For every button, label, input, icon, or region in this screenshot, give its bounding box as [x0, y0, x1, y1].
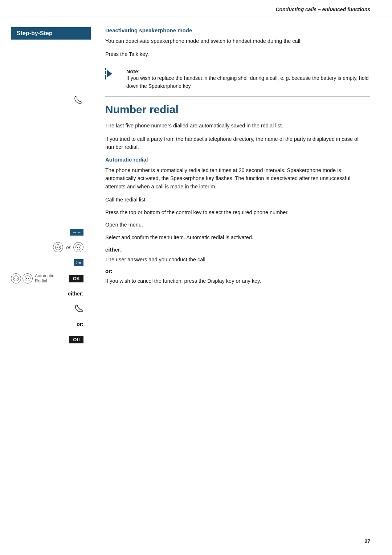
control-key-bottom-inner: ▲▼ [75, 244, 81, 250]
step-select-number: Press the top or bottom of the control k… [105, 208, 370, 216]
or-label: or: [77, 321, 83, 327]
step-confirm-text: Select and confirm the menu item. Automa… [105, 233, 370, 241]
off-button: Off [69, 336, 83, 343]
main-content: Deactivating speakerphone mode You can d… [98, 16, 392, 348]
step-answer: The user answers and you conduct the cal… [105, 256, 370, 264]
automatic-redial-label: Automatic Redial [35, 273, 67, 283]
deactivating-heading: Deactivating speakerphone mode [105, 27, 370, 33]
ok-label-row: ▲▼ ▲▼ Automatic Redial OK [11, 271, 94, 286]
step-select-number-text: Press the top or bottom of the control k… [105, 208, 370, 216]
step-confirm: Select and confirm the menu item. Automa… [105, 233, 370, 241]
step-press-talk: Press the Talk key. [105, 50, 370, 58]
step-call-redial: Call the redial list. [105, 196, 370, 204]
step-open-menu: Open the menu. [105, 221, 370, 229]
phone-icon-row [11, 302, 94, 315]
step-cancel-text: If you wish to cancel the function: pres… [105, 277, 370, 285]
step-call-redial-text: Call the redial list. [105, 196, 370, 204]
ctrl-key-right-inner: ▲▼ [25, 276, 30, 281]
arrow-triangle [107, 70, 112, 77]
deactivating-para: You can deactivate speakerphone mode and… [105, 37, 370, 45]
control-key-bottom: ▲▼ [73, 242, 83, 252]
ok-button: OK [69, 275, 83, 282]
ctrl-key-right: ▲▼ [23, 273, 33, 283]
arrow-bar-2 [105, 71, 106, 74]
divider-2 [105, 97, 370, 97]
page-number: 27 [364, 538, 370, 544]
control-key-top: ▲▼ [53, 242, 63, 252]
number-redial-title: Number redial [105, 103, 370, 116]
arrow-bar-3 [105, 75, 106, 79]
divider-1 [105, 63, 370, 63]
sidebar: Step-by-Step →→ [0, 16, 98, 348]
or-row: or: [11, 318, 94, 331]
note-arrow-block [105, 68, 112, 79]
either-label: either: [68, 291, 83, 297]
automatic-redial-para: The phone number is automatically redial… [105, 166, 370, 191]
automatic-redial-heading: Automatic redial [105, 156, 370, 163]
sidebar-icons-group: ▲▼ ▲▼ [11, 273, 33, 283]
menu-list-icon: ≥≡ [74, 259, 83, 266]
ctrl-key-left: ▲▼ [11, 273, 21, 283]
talk-key-icon-row [11, 94, 94, 107]
either-label-content: either: [105, 246, 122, 253]
menu-icon-row: ≥≡ [11, 256, 94, 269]
step-by-step-banner: Step-by-Step [11, 27, 91, 40]
control-key-top-inner: ▲▼ [55, 244, 61, 250]
or-separator: or [66, 245, 70, 250]
page-header: Conducting calls – enhanced functions [0, 0, 392, 16]
note-label: Note: [126, 69, 140, 74]
either-label-row: either: [105, 246, 370, 253]
note-icon [105, 68, 121, 79]
either-row: either: [11, 287, 94, 300]
double-arrow-icon: →→ [70, 229, 83, 236]
note-text-block: Note: If you wish to replace the handset… [126, 68, 370, 90]
step-press-talk-text: Press the Talk key. [105, 50, 370, 58]
note-box: Note: If you wish to replace the handset… [105, 68, 370, 90]
note-content: If you wish to replace the handset in th… [126, 75, 368, 89]
talk-key-icon [73, 94, 83, 107]
double-arrow-row: →→ [11, 225, 94, 238]
number-redial-para2: If you tried to call a party from the ha… [105, 135, 370, 151]
control-key-or-row: ▲▼ or ▲▼ [11, 241, 94, 254]
step-answer-text: The user answers and you conduct the cal… [105, 256, 370, 264]
header-title: Conducting calls – enhanced functions [275, 7, 370, 12]
step-open-menu-text: Open the menu. [105, 221, 370, 229]
step-cancel: If you wish to cancel the function: pres… [105, 277, 370, 285]
or-label-content: or: [105, 268, 113, 274]
or-label-row: or: [105, 268, 370, 274]
number-redial-para1: The last five phone numbers dialled are … [105, 122, 370, 130]
ctrl-key-left-inner: ▲▼ [13, 276, 19, 281]
phone-icon [74, 303, 83, 315]
off-button-row: Off [11, 333, 94, 346]
sidebar-steps: →→ ▲▼ or ▲▼ ≥≡ ▲▼ [11, 47, 94, 346]
arrow-bar-1 [105, 68, 106, 70]
arrow-bars [105, 68, 106, 79]
